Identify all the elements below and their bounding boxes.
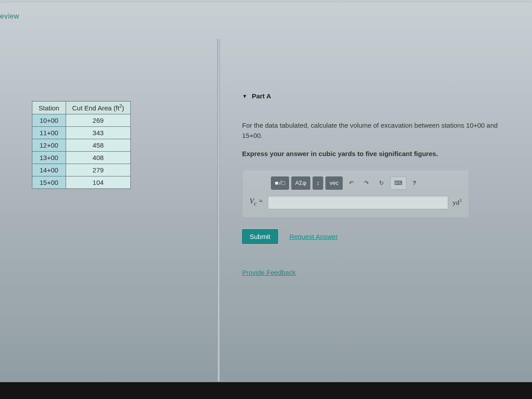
undo-button[interactable]: ↶ — [345, 176, 358, 190]
answer-unit: yd3 — [453, 198, 462, 207]
help-button[interactable]: ? — [409, 176, 420, 190]
cell-station: 14+00 — [32, 164, 66, 176]
instruction-text: Express your answer in cubic yards to fi… — [242, 150, 512, 157]
redo-button[interactable]: ↷ — [360, 176, 373, 190]
reset-button[interactable]: ↻ — [375, 176, 388, 190]
th-station: Station — [32, 102, 66, 114]
cell-area: 279 — [66, 164, 130, 176]
table-header-row: Station Cut End Area (ft2) — [32, 102, 131, 114]
pane-right: ▼ Part A For the data tabulated, calcula… — [220, 39, 514, 381]
request-answer-link[interactable]: Request Answer — [289, 233, 338, 240]
table-row: 10+00 269 — [32, 114, 131, 127]
split-view: Station Cut End Area (ft2) 10+00 269 11+… — [0, 39, 514, 381]
vec-button[interactable]: vec — [325, 176, 342, 190]
part-label: Part A — [252, 92, 271, 100]
table-row: 11+00 343 — [32, 127, 131, 139]
table-row: 15+00 104 — [32, 176, 131, 189]
cell-station: 15+00 — [32, 176, 66, 189]
submit-button[interactable]: Submit — [242, 229, 278, 244]
pane-left: Station Cut End Area (ft2) 10+00 269 11+… — [0, 39, 217, 381]
greek-button[interactable]: ΑΣφ — [291, 176, 310, 190]
answer-lhs: Vc = — [250, 197, 263, 207]
tab-review[interactable]: eview — [0, 12, 19, 20]
answer-input[interactable] — [268, 196, 449, 209]
actions-row: Submit Request Answer — [242, 229, 512, 244]
part-header[interactable]: ▼ Part A — [242, 92, 512, 100]
data-table: Station Cut End Area (ft2) 10+00 269 11+… — [32, 101, 131, 189]
table-row: 14+00 279 — [32, 164, 131, 176]
equation-toolbar: ■√□ ΑΣφ ↕ vec ↶ ↷ ↻ ⌨ ? — [271, 176, 462, 190]
cell-station: 11+00 — [32, 127, 66, 139]
cell-station: 10+00 — [32, 114, 66, 127]
chevron-down-icon: ▼ — [242, 93, 247, 99]
th-area: Cut End Area (ft2) — [66, 102, 130, 114]
keyboard-button[interactable]: ⌨ — [390, 176, 407, 190]
monitor-bezel — [0, 382, 532, 399]
cell-area: 104 — [66, 176, 130, 189]
table-row: 12+00 458 — [32, 139, 131, 152]
table-row: 13+00 408 — [32, 152, 131, 164]
cell-station: 12+00 — [32, 139, 66, 152]
templates-button[interactable]: ■√□ — [271, 176, 289, 190]
answer-widget: ■√□ ΑΣφ ↕ vec ↶ ↷ ↻ ⌨ ? Vc = yd3 — [242, 170, 469, 218]
cell-area: 269 — [66, 114, 130, 127]
cell-station: 13+00 — [32, 152, 66, 164]
provide-feedback[interactable]: Provide Feedback — [242, 269, 512, 277]
cell-area: 343 — [66, 127, 130, 139]
swap-button[interactable]: ↕ — [313, 176, 324, 190]
cell-area: 408 — [66, 152, 130, 164]
cell-area: 458 — [66, 139, 130, 152]
question-text: For the data tabulated, calculate the vo… — [242, 120, 512, 141]
answer-row: Vc = yd3 — [250, 196, 462, 209]
